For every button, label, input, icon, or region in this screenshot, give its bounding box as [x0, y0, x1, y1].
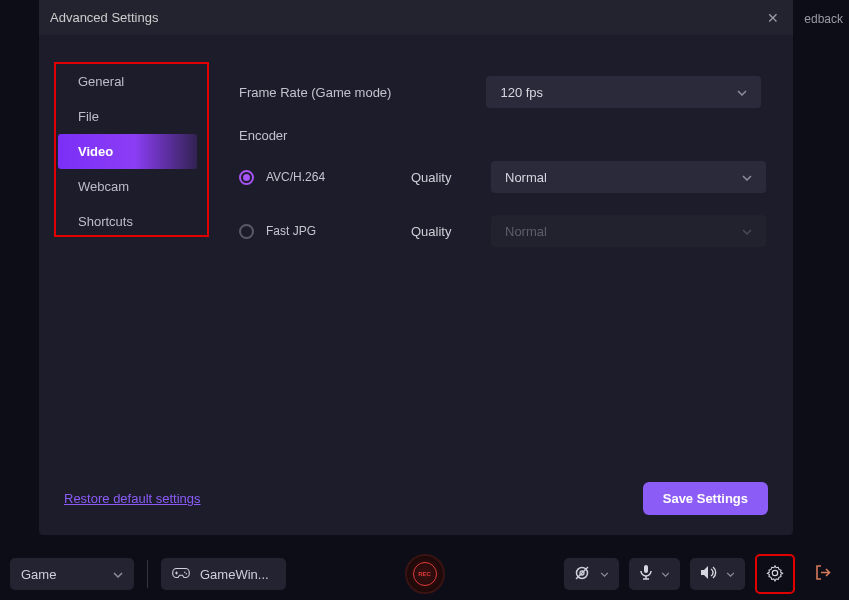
webcam-toggle[interactable]: [564, 558, 619, 590]
game-target-select[interactable]: GameWin...: [161, 558, 286, 590]
chevron-down-icon: [726, 572, 735, 577]
sidebar-item-label: File: [78, 109, 99, 124]
feedback-link-bg: edback: [804, 12, 843, 26]
svg-point-0: [184, 571, 186, 573]
sidebar-item-file[interactable]: File: [58, 99, 197, 134]
chevron-down-icon: [737, 86, 747, 98]
encoder-jpg-label: Fast JPG: [266, 224, 381, 238]
exit-button[interactable]: [805, 557, 839, 591]
encoder-radio-jpg[interactable]: [239, 224, 254, 239]
modal-footer: Restore default settings Save Settings: [39, 482, 793, 535]
close-icon[interactable]: ✕: [767, 10, 779, 26]
mode-value: Game: [21, 567, 56, 582]
microphone-toggle[interactable]: [629, 558, 680, 590]
frame-rate-value: 120 fps: [500, 85, 543, 100]
chevron-down-icon: [742, 225, 752, 237]
sidebar-item-general[interactable]: General: [58, 64, 197, 99]
rec-label: REC: [418, 571, 431, 577]
encoder-avc-label: AVC/H.264: [266, 170, 381, 184]
chevron-down-icon: [113, 568, 123, 580]
quality-label: Quality: [411, 170, 491, 185]
sidebar-item-shortcuts[interactable]: Shortcuts: [58, 204, 197, 239]
speaker-toggle[interactable]: [690, 558, 745, 590]
record-button[interactable]: REC: [405, 554, 445, 594]
settings-sidebar: General File Video Webcam Shortcuts: [39, 35, 197, 482]
gear-icon: [766, 564, 784, 585]
sidebar-item-label: Shortcuts: [78, 214, 133, 229]
quality-value: Normal: [505, 170, 547, 185]
rec-icon: REC: [413, 562, 437, 586]
quality-select-avc[interactable]: Normal: [491, 161, 766, 193]
microphone-icon: [639, 564, 653, 584]
modal-title: Advanced Settings: [50, 10, 158, 25]
sidebar-item-label: General: [78, 74, 124, 89]
frame-rate-select[interactable]: 120 fps: [486, 76, 761, 108]
settings-content: Frame Rate (Game mode) 120 fps Encoder A…: [197, 35, 793, 482]
gamepad-icon: [172, 566, 190, 583]
exit-icon: [814, 564, 831, 584]
chevron-down-icon: [661, 572, 670, 577]
quality-label: Quality: [411, 224, 491, 239]
quality-value: Normal: [505, 224, 547, 239]
game-target-value: GameWin...: [200, 567, 269, 582]
chevron-down-icon: [742, 171, 752, 183]
sidebar-item-webcam[interactable]: Webcam: [58, 169, 197, 204]
chevron-down-icon: [600, 572, 609, 577]
sidebar-item-label: Video: [78, 144, 113, 159]
save-settings-button[interactable]: Save Settings: [643, 482, 768, 515]
frame-rate-label: Frame Rate (Game mode): [239, 85, 391, 100]
sidebar-item-video[interactable]: Video: [58, 134, 197, 169]
encoder-section-label: Encoder: [239, 128, 768, 143]
mode-select[interactable]: Game: [10, 558, 134, 590]
svg-point-8: [772, 570, 777, 575]
modal-header: Advanced Settings ✕: [39, 0, 793, 35]
advanced-settings-modal: Advanced Settings ✕ General File Video W…: [39, 0, 793, 535]
encoder-radio-avc[interactable]: [239, 170, 254, 185]
svg-point-1: [186, 573, 188, 575]
speaker-icon: [700, 565, 718, 583]
restore-defaults-link[interactable]: Restore default settings: [64, 491, 201, 506]
sidebar-item-label: Webcam: [78, 179, 129, 194]
svg-rect-5: [644, 565, 648, 573]
bottom-toolbar: Game GameWin... REC: [0, 548, 849, 600]
webcam-off-icon: [574, 565, 592, 584]
settings-button[interactable]: [755, 554, 795, 594]
quality-select-jpg: Normal: [491, 215, 766, 247]
toolbar-divider: [147, 560, 148, 588]
